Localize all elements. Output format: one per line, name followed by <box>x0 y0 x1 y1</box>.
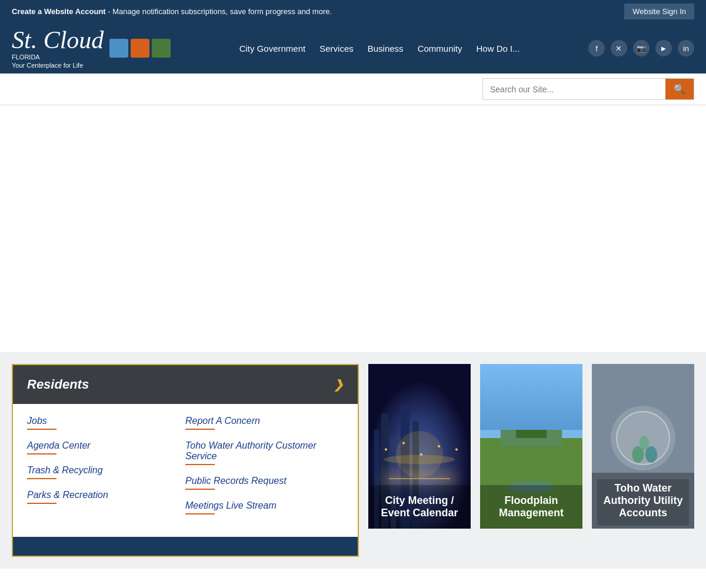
svg-point-11 <box>438 445 440 447</box>
search-container: 🔍 <box>482 78 694 100</box>
list-item: Parks & Recreation <box>27 490 185 504</box>
quick-cards-container: City Meeting /Event Calendar Floodplain … <box>368 364 694 529</box>
residents-panel: Residents ❯ Jobs Agenda Center Trash & R… <box>12 364 359 557</box>
residents-footer-bar <box>13 537 358 556</box>
residents-col-1: Jobs Agenda Center Trash & Recycling Par… <box>27 416 185 525</box>
svg-point-8 <box>385 449 387 451</box>
link-jobs[interactable]: Jobs <box>27 416 185 426</box>
list-item: Meetings Live Stream <box>185 500 344 514</box>
facebook-icon[interactable]: f <box>588 40 605 56</box>
link-public-records[interactable]: Public Records Request <box>185 476 344 486</box>
main-content-area <box>0 105 706 352</box>
list-item: Jobs <box>27 416 185 430</box>
link-underline <box>185 464 215 465</box>
svg-point-7 <box>384 455 455 464</box>
svg-point-9 <box>402 442 405 444</box>
list-item: Report A Concern <box>185 416 344 430</box>
svg-rect-16 <box>516 405 547 438</box>
nav-services[interactable]: Services <box>319 44 354 54</box>
link-underline <box>27 478 56 479</box>
list-item: Trash & Recycling <box>27 465 185 479</box>
footer-section: Residents ❯ Jobs Agenda Center Trash & R… <box>0 352 706 569</box>
card-city-meeting[interactable]: City Meeting /Event Calendar <box>368 364 471 529</box>
main-navigation: City Government Services Business Commun… <box>239 44 520 54</box>
linkedin-icon[interactable]: in <box>678 40 694 56</box>
card-city-meeting-label: City Meeting /Event Calendar <box>368 485 471 529</box>
link-underline <box>27 503 56 504</box>
logo-icon-blue <box>109 39 128 58</box>
link-meetings-live-stream[interactable]: Meetings Live Stream <box>185 500 344 511</box>
search-bar-area: 🔍 <box>0 74 706 105</box>
notification-bar: Create a Website Account - Manage notifi… <box>0 0 706 23</box>
link-underline <box>185 429 215 430</box>
residents-links: Jobs Agenda Center Trash & Recycling Par… <box>13 404 358 537</box>
logo-icon-orange <box>131 39 149 58</box>
nav-how-do-i[interactable]: How Do I... <box>476 44 519 54</box>
link-toho-water[interactable]: Toho Water Authority Customer Service <box>185 440 344 462</box>
link-underline <box>27 453 56 455</box>
link-report-concern[interactable]: Report A Concern <box>185 416 344 426</box>
list-item: Agenda Center <box>27 440 185 455</box>
nav-community[interactable]: Community <box>418 44 462 54</box>
create-account-link[interactable]: Create a Website Account <box>12 7 106 16</box>
search-input[interactable] <box>483 80 665 99</box>
logo-icons <box>109 39 171 58</box>
card-floodplain[interactable]: Floodplain Management <box>480 364 582 529</box>
logo-icon-green <box>152 39 171 58</box>
logo-state: FLORIDA <box>12 54 104 61</box>
x-twitter-icon[interactable]: ✕ <box>611 40 627 56</box>
link-underline <box>185 489 215 490</box>
logo-city-name: St. Cloud <box>12 28 104 52</box>
residents-panel-header[interactable]: Residents ❯ <box>13 365 358 404</box>
svg-point-6 <box>396 431 443 478</box>
link-trash-recycling[interactable]: Trash & Recycling <box>27 465 185 476</box>
link-agenda-center[interactable]: Agenda Center <box>27 440 185 451</box>
notification-text: Create a Website Account - Manage notifi… <box>12 7 332 16</box>
nav-business[interactable]: Business <box>368 44 404 54</box>
link-parks-recreation[interactable]: Parks & Recreation <box>27 490 185 500</box>
link-underline <box>27 429 56 430</box>
svg-point-10 <box>420 453 422 456</box>
sign-in-button[interactable]: Website Sign In <box>624 4 694 19</box>
search-button[interactable]: 🔍 <box>665 79 694 99</box>
list-item: Public Records Request <box>185 476 344 490</box>
nav-city-government[interactable]: City Government <box>239 44 306 54</box>
svg-point-25 <box>640 436 649 450</box>
chevron-right-icon: ❯ <box>334 377 344 392</box>
card-toho-water[interactable]: Toho Water Authority Utility Accounts <box>592 364 694 529</box>
site-header: St. Cloud FLORIDA Your Centerplace for L… <box>0 23 706 74</box>
link-underline <box>185 513 215 514</box>
card-floodplain-label: Floodplain Management <box>480 485 582 529</box>
logo-tagline: Your Centerplace for Life <box>12 62 104 69</box>
instagram-icon[interactable]: 📷 <box>633 40 650 56</box>
residents-col-2: Report A Concern Toho Water Authority Cu… <box>185 416 344 525</box>
logo-area[interactable]: St. Cloud FLORIDA Your Centerplace for L… <box>12 28 171 69</box>
social-icons: f ✕ 📷 ► in <box>588 40 694 56</box>
youtube-icon[interactable]: ► <box>655 40 672 56</box>
svg-point-12 <box>455 449 458 451</box>
svg-rect-13 <box>480 364 582 438</box>
svg-point-24 <box>645 446 657 463</box>
card-toho-label: Toho Water Authority Utility Accounts <box>592 473 694 529</box>
residents-heading: Residents <box>27 377 89 392</box>
list-item: Toho Water Authority Customer Service <box>185 440 344 465</box>
